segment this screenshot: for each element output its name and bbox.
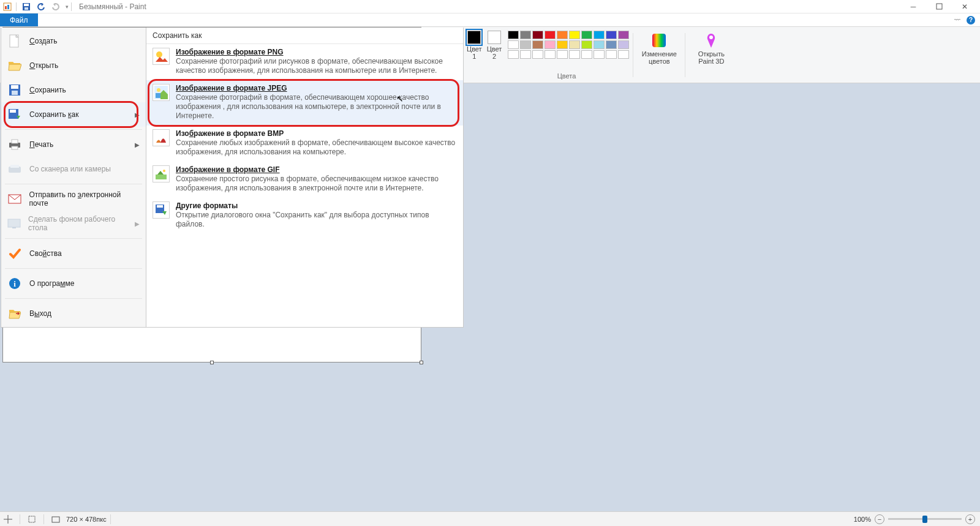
save-as-png-desc: Сохранение фотографий или рисунков в фор… bbox=[176, 57, 457, 75]
color-palette[interactable] bbox=[508, 31, 629, 59]
ribbon-tabrow: Файл 〰 ? bbox=[0, 13, 980, 27]
printer-icon bbox=[7, 137, 22, 152]
statusbar: 720 × 478пкс 100% − + bbox=[0, 511, 980, 526]
menu-exit[interactable]: Выход bbox=[1, 301, 146, 326]
palette-swatch[interactable] bbox=[618, 50, 629, 59]
palette-swatch[interactable] bbox=[520, 40, 531, 49]
canvas-dimensions: 720 × 478пкс bbox=[66, 516, 107, 523]
file-tab[interactable]: Файл bbox=[0, 13, 38, 26]
window-maximize-button[interactable] bbox=[926, 0, 952, 13]
edit-colors-button[interactable]: Изменение цветов bbox=[637, 31, 681, 65]
palette-swatch[interactable] bbox=[508, 50, 519, 59]
canvas-handle-corner[interactable] bbox=[420, 361, 423, 364]
qat-undo-icon[interactable] bbox=[36, 2, 46, 12]
ribbon-collapse-icon[interactable]: 〰 bbox=[954, 17, 960, 23]
menu-save-as[interactable]: Сохранить как ▶ bbox=[1, 102, 146, 127]
palette-swatch[interactable] bbox=[606, 40, 617, 49]
save-as-bmp-title: Изображение в формате BMP bbox=[176, 129, 457, 138]
save-as-jpeg-title: Изображение в формате JPEG bbox=[176, 84, 287, 92]
submenu-arrow-icon: ▶ bbox=[135, 220, 140, 227]
palette-swatch[interactable] bbox=[569, 50, 580, 59]
save-as-other-desc: Открытие диалогового окна "Сохранить как… bbox=[176, 211, 457, 229]
menu-wallpaper: Сделать фоном рабочего стола ▶ bbox=[1, 211, 146, 236]
canvas-handle-bottom[interactable] bbox=[210, 361, 214, 364]
palette-swatch[interactable] bbox=[569, 31, 580, 39]
svg-rect-5 bbox=[24, 7, 28, 10]
svg-point-29 bbox=[157, 88, 160, 92]
new-doc-icon bbox=[7, 34, 22, 48]
color1-button[interactable]: Цвет 1 bbox=[464, 31, 484, 60]
help-icon[interactable]: ? bbox=[967, 16, 975, 24]
window-title: Безымянный - Paint bbox=[79, 2, 146, 11]
palette-swatch[interactable] bbox=[569, 40, 580, 49]
save-as-png[interactable]: Изображение в формате PNG Сохранение фот… bbox=[146, 44, 463, 80]
menu-properties[interactable]: Свойства bbox=[1, 241, 146, 266]
palette-swatch[interactable] bbox=[532, 40, 543, 49]
save-as-gif-title: Изображение в формате GIF bbox=[176, 165, 280, 174]
svg-rect-6 bbox=[937, 4, 942, 9]
palette-swatch[interactable] bbox=[508, 31, 519, 39]
info-icon: i bbox=[7, 276, 22, 291]
svg-rect-17 bbox=[12, 146, 18, 149]
palette-swatch[interactable] bbox=[520, 50, 531, 59]
save-as-bmp[interactable]: Изображение в формате BMP Сохранение люб… bbox=[146, 126, 463, 162]
palette-swatch[interactable] bbox=[594, 31, 605, 39]
palette-swatch[interactable] bbox=[594, 40, 605, 49]
menu-open[interactable]: Открыть bbox=[1, 53, 146, 78]
svg-point-26 bbox=[156, 51, 162, 58]
ribbon-group-label-colors: Цвета bbox=[527, 72, 606, 80]
window-close-button[interactable]: ✕ bbox=[952, 0, 978, 13]
save-as-other-title: Другие форматы bbox=[176, 201, 457, 210]
save-as-submenu: Сохранить как Изображение в формате PNG … bbox=[146, 28, 464, 328]
open-folder-icon bbox=[7, 58, 22, 73]
qat-dropdown-icon[interactable]: ▾ bbox=[66, 4, 69, 10]
palette-swatch[interactable] bbox=[545, 40, 556, 49]
svg-rect-12 bbox=[12, 91, 18, 95]
save-as-jpeg[interactable]: Изображение в формате JPEG Сохранение фо… bbox=[146, 80, 463, 126]
palette-swatch[interactable] bbox=[557, 50, 568, 59]
selection-size-icon bbox=[24, 512, 40, 527]
zoom-out-button[interactable]: − bbox=[875, 514, 884, 524]
color2-button[interactable]: Цвет 2 bbox=[484, 31, 505, 60]
qat-save-icon[interactable] bbox=[21, 2, 31, 12]
svg-rect-21 bbox=[8, 219, 20, 227]
menu-create[interactable]: Создать bbox=[1, 29, 146, 53]
palette-swatch[interactable] bbox=[557, 40, 568, 49]
palette-swatch[interactable] bbox=[618, 31, 629, 39]
palette-swatch[interactable] bbox=[532, 31, 543, 39]
palette-swatch[interactable] bbox=[520, 31, 531, 39]
save-as-png-title: Изображение в формате PNG bbox=[176, 48, 284, 56]
palette-swatch[interactable] bbox=[618, 40, 629, 49]
palette-swatch[interactable] bbox=[532, 50, 543, 59]
palette-swatch[interactable] bbox=[545, 31, 556, 39]
palette-icon bbox=[650, 32, 668, 49]
svg-rect-4 bbox=[24, 4, 29, 6]
open-paint3d-button[interactable]: Открыть Paint 3D bbox=[689, 31, 733, 65]
zoom-slider[interactable] bbox=[888, 518, 962, 520]
palette-swatch[interactable] bbox=[557, 31, 568, 39]
menu-print[interactable]: Печать ▶ bbox=[1, 132, 146, 157]
palette-swatch[interactable] bbox=[545, 50, 556, 59]
window-minimize-button[interactable]: ─ bbox=[900, 0, 926, 13]
palette-swatch[interactable] bbox=[594, 50, 605, 59]
save-as-gif[interactable]: Изображение в формате GIF Сохранение про… bbox=[146, 162, 463, 198]
qat-redo-icon[interactable] bbox=[51, 2, 61, 12]
palette-swatch[interactable] bbox=[606, 31, 617, 39]
save-as-header: Сохранить как bbox=[146, 28, 463, 44]
palette-swatch[interactable] bbox=[606, 50, 617, 59]
save-as-gif-desc: Сохранение простого рисунка в формате, о… bbox=[176, 175, 457, 193]
save-as-other[interactable]: Другие форматы Открытие диалогового окна… bbox=[146, 198, 463, 234]
zoom-in-button[interactable]: + bbox=[965, 514, 975, 524]
canvas-size-icon bbox=[48, 512, 64, 527]
svg-point-33 bbox=[163, 170, 165, 172]
palette-swatch[interactable] bbox=[508, 40, 519, 49]
menu-about[interactable]: i О программе bbox=[1, 271, 146, 296]
menu-save[interactable]: Сохранить bbox=[1, 78, 146, 102]
palette-swatch[interactable] bbox=[581, 50, 592, 59]
exit-icon bbox=[7, 306, 22, 321]
svg-text:i: i bbox=[13, 279, 16, 288]
palette-swatch[interactable] bbox=[581, 31, 592, 39]
palette-swatch[interactable] bbox=[581, 40, 592, 49]
menu-email[interactable]: Отправить по электронной почте bbox=[1, 187, 146, 211]
svg-rect-11 bbox=[11, 85, 18, 89]
